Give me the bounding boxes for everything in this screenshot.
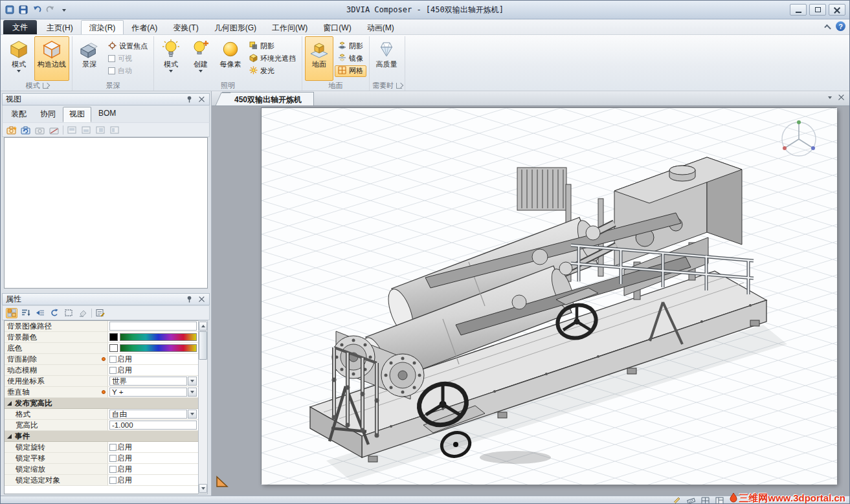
signature-icon[interactable] — [672, 496, 682, 504]
grid-icon[interactable] — [700, 496, 710, 504]
close-panel-icon[interactable] — [197, 295, 206, 304]
dof-visible-checkbox[interactable]: 可视 — [105, 53, 151, 65]
ambient-occlusion-toggle[interactable]: 环境光遮挡 — [246, 53, 299, 65]
scroll-down-icon[interactable] — [199, 484, 207, 493]
properties-scrollbar[interactable] — [198, 320, 208, 494]
restore-button[interactable] — [809, 4, 826, 16]
sort-alphabetical-icon[interactable] — [20, 308, 32, 318]
ground-plane-icon — [309, 38, 329, 60]
tab-collaboration[interactable]: 协同 — [34, 107, 62, 122]
3d-viewport[interactable] — [261, 107, 836, 484]
refresh-properties-icon[interactable] — [49, 308, 60, 318]
locate-property-icon[interactable] — [34, 308, 46, 318]
property-row: 背面剔除 启用 — [5, 354, 198, 365]
light-create-button[interactable]: 创建 — [186, 36, 215, 81]
dropdown-arrow-icon — [17, 70, 21, 72]
color-swatch[interactable] — [109, 333, 118, 341]
undo-icon[interactable] — [32, 5, 42, 15]
panel-layout-icon[interactable] — [715, 496, 724, 504]
light-shadow-toggle[interactable]: 阴影 — [246, 41, 299, 52]
ground-shadow-toggle[interactable]: 阴影 — [335, 41, 366, 52]
left-panel: 视图 装配 协同 视图 BOM — [1, 91, 212, 496]
camera-view-icon[interactable] — [34, 125, 46, 135]
dropdown-arrow[interactable] — [188, 377, 197, 386]
tab-list-dropdown-icon[interactable] — [828, 96, 832, 99]
tab-home[interactable]: 主页(H) — [39, 20, 81, 34]
ground-grid-toggle[interactable]: 网格 — [335, 65, 366, 77]
dialog-launcher-icon[interactable] — [43, 83, 49, 89]
customize-qat-icon[interactable] — [59, 5, 69, 15]
tab-workshop[interactable]: 工作间(W) — [264, 20, 315, 34]
tab-geometry[interactable]: 几何图形(G) — [207, 20, 264, 34]
dropdown-arrow[interactable] — [188, 388, 197, 397]
ribbon: 模式 构造边线 模式 景深 — [1, 35, 849, 91]
create-view-icon[interactable] — [6, 125, 17, 135]
construction-edges-button[interactable]: 构造边线 — [34, 36, 69, 81]
clear-properties-icon[interactable] — [77, 308, 89, 318]
glow-toggle[interactable]: 发光 — [246, 65, 299, 77]
previous-view-arrow-icon[interactable] — [216, 475, 229, 488]
view-thumb-icon[interactable] — [109, 125, 120, 135]
close-button[interactable] — [829, 4, 845, 16]
pin-icon[interactable] — [185, 95, 194, 104]
view-thumb-icon[interactable] — [66, 125, 78, 135]
app-icon[interactable] — [5, 5, 15, 15]
views-list[interactable] — [4, 137, 208, 289]
document-tab[interactable]: 450双输出轴开炼机 — [222, 92, 314, 105]
minimize-ribbon-icon[interactable] — [824, 24, 831, 31]
view-thumb-icon[interactable] — [95, 125, 106, 135]
clear-view-icon[interactable] — [49, 125, 60, 135]
tab-views[interactable]: 视图 — [63, 107, 91, 122]
checkbox[interactable] — [109, 367, 117, 374]
color-swatch[interactable] — [109, 344, 118, 352]
ground-button[interactable]: 地面 — [305, 36, 333, 81]
checkbox[interactable] — [109, 466, 117, 473]
tab-window[interactable]: 窗口(W) — [315, 20, 359, 34]
property-category[interactable]: 发布宽高比 — [5, 398, 198, 409]
high-quality-button[interactable]: 高质量 — [372, 36, 401, 81]
view-thumb-icon[interactable] — [80, 125, 92, 135]
dropdown-arrow[interactable] — [188, 410, 197, 419]
dof-auto-checkbox[interactable]: 自动 — [105, 65, 151, 77]
tab-animation[interactable]: 动画(M) — [359, 20, 402, 34]
tab-bom[interactable]: BOM — [92, 107, 122, 122]
tab-assembly[interactable]: 装配 — [5, 107, 33, 122]
minimize-button[interactable] — [790, 4, 807, 16]
checkbox-icon — [108, 67, 115, 74]
property-form-icon[interactable] — [95, 308, 106, 318]
light-mode-button[interactable]: 模式 — [157, 36, 185, 81]
close-document-icon[interactable] — [838, 94, 844, 100]
pin-icon[interactable] — [185, 295, 194, 304]
measure-icon[interactable] — [686, 496, 696, 504]
tab-author[interactable]: 作者(A) — [124, 20, 165, 34]
checkbox[interactable] — [109, 444, 117, 451]
scroll-up-icon[interactable] — [199, 322, 207, 331]
grid-icon — [338, 66, 346, 76]
tab-transform[interactable]: 变换(T) — [165, 20, 206, 34]
property-category[interactable]: 事件 — [5, 431, 198, 442]
per-pixel-button[interactable]: 每像素 — [216, 36, 245, 81]
color-gradient-bar[interactable] — [120, 333, 197, 341]
file-tab[interactable]: 文件 — [3, 20, 37, 34]
help-button[interactable]: ? — [836, 21, 845, 31]
checkbox[interactable] — [109, 477, 117, 484]
box-select-icon[interactable] — [63, 308, 74, 318]
save-icon[interactable] — [18, 5, 28, 15]
update-view-icon[interactable] — [20, 125, 32, 135]
set-focus-button[interactable]: 设置焦点 — [105, 41, 151, 52]
ribbon-group-mode: 模式 构造边线 模式 — [2, 36, 73, 91]
ground-mirror-toggle[interactable]: 镜像 — [335, 53, 366, 65]
checkbox[interactable] — [109, 455, 117, 462]
dof-button[interactable]: 景深 — [75, 36, 104, 81]
checkbox[interactable] — [109, 356, 117, 363]
close-panel-icon[interactable] — [197, 95, 206, 104]
views-panel: 视图 装配 协同 视图 BOM — [2, 93, 210, 290]
scrollbar-thumb[interactable] — [199, 331, 207, 360]
categorized-view-icon[interactable] — [6, 308, 17, 318]
tab-render[interactable]: 渲染(R) — [81, 20, 124, 34]
dialog-launcher-icon[interactable] — [396, 83, 402, 89]
render-mode-button[interactable]: 模式 — [5, 36, 33, 81]
redo-icon[interactable] — [45, 5, 56, 15]
property-row: 背景颜色 — [5, 332, 198, 343]
color-gradient-bar[interactable] — [120, 344, 197, 352]
